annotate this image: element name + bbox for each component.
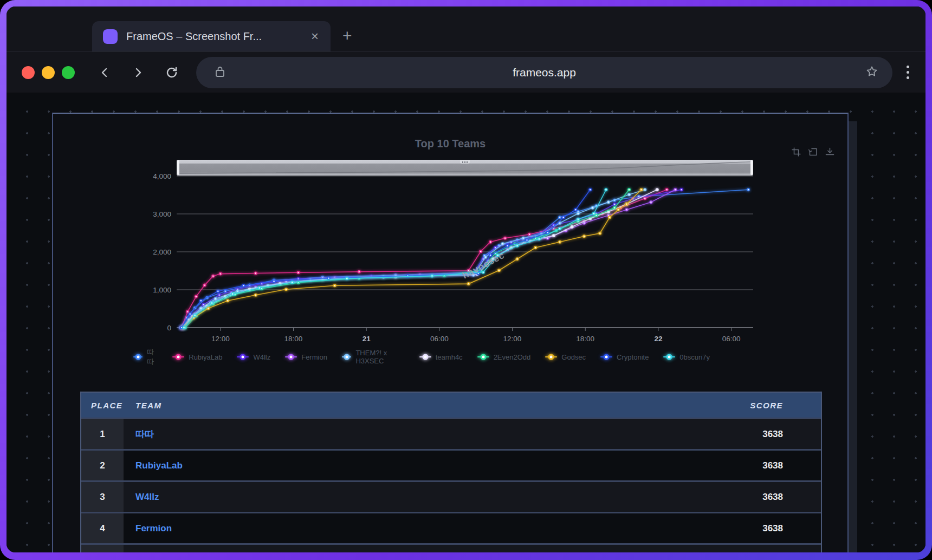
legend-item[interactable]: 따따 — [133, 347, 158, 367]
x-tick-label: 12:00 — [211, 335, 230, 343]
x-tick-label: 06:00 — [430, 335, 449, 343]
chart-series[interactable] — [180, 188, 669, 329]
place-cell: 3 — [81, 482, 124, 512]
reload-icon[interactable] — [165, 66, 179, 80]
menu-dots-icon[interactable] — [907, 66, 909, 79]
page-background: Top 10 Teams 01,0002,0003,0004,00012:001… — [7, 93, 925, 552]
chart-title: Top 10 Teams — [53, 114, 847, 150]
legend-label: teamh4c — [436, 353, 463, 361]
legend-marker-icon — [285, 356, 297, 357]
tab-title: FrameOS – Screenshot Fr... — [126, 30, 308, 43]
legend-label: THEM?! x H3XSEC — [355, 349, 404, 365]
chart-series[interactable] — [183, 188, 608, 329]
legend-label: RubiyaLab — [189, 353, 222, 361]
browser-window: FrameOS – Screenshot Fr... × + — [7, 6, 925, 552]
datazoom-slider[interactable] — [177, 160, 753, 175]
scoreboard-table: PLACE TEAM SCORE 1따따36382RubiyaLab36383W… — [80, 392, 822, 552]
download-icon[interactable] — [825, 147, 834, 157]
legend-item[interactable]: teamh4c — [419, 353, 463, 361]
legend-item[interactable]: Fermion — [285, 353, 327, 361]
legend-item[interactable]: 2Even2Odd — [477, 353, 531, 361]
chart-series[interactable] — [179, 188, 750, 329]
legend-marker-icon — [342, 356, 352, 357]
place-cell: 5 — [81, 545, 124, 552]
legend-item[interactable]: Godsec — [545, 353, 586, 361]
chart-series[interactable] — [183, 188, 677, 329]
score-cell: 3638 — [680, 545, 821, 552]
traffic-lights — [22, 66, 75, 79]
y-tick-label: 1,000 — [153, 286, 171, 294]
score-timeline-chart[interactable]: 01,0002,0003,0004,00012:0018:002106:0012… — [133, 154, 775, 345]
legend-item[interactable]: Cryptonite — [600, 353, 649, 361]
legend-marker-icon — [477, 356, 489, 357]
zoom-window-button[interactable] — [62, 66, 75, 79]
header-place: PLACE — [81, 401, 124, 410]
legend-label: Cryptonite — [617, 353, 649, 361]
y-tick-label: 2,000 — [153, 248, 171, 256]
x-tick-label: 06:00 — [722, 335, 741, 343]
legend-marker-icon — [663, 356, 675, 357]
place-cell: 2 — [81, 451, 124, 480]
y-tick-label: 3,000 — [153, 210, 171, 218]
reset-zoom-icon[interactable] — [808, 147, 818, 157]
legend-marker-icon — [419, 356, 431, 357]
x-tick-label: 18:00 — [284, 335, 303, 343]
browser-toolbar: frameos.app — [7, 52, 925, 93]
place-cell: 4 — [81, 513, 124, 543]
chart-series[interactable] — [180, 188, 592, 329]
team-link[interactable]: Fermion — [124, 513, 680, 543]
chart-series[interactable] — [184, 188, 631, 329]
forward-icon[interactable] — [131, 66, 145, 80]
slider-grip[interactable] — [460, 160, 470, 164]
team-link[interactable]: RubiyaLab — [124, 451, 680, 480]
legend-item[interactable]: RubiyaLab — [172, 353, 222, 361]
header-team: TEAM — [124, 401, 680, 410]
x-tick-label: 21 — [363, 335, 371, 343]
close-tab-icon[interactable]: × — [308, 29, 322, 44]
url-text[interactable]: frameos.app — [196, 66, 892, 79]
tab-strip: FrameOS – Screenshot Fr... × + — [7, 6, 925, 52]
team-link[interactable]: THEM?! x H3XSEC — [124, 545, 680, 552]
legend-label: 따따 — [147, 347, 158, 367]
new-tab-button[interactable]: + — [342, 27, 352, 45]
place-cell: 1 — [81, 419, 124, 449]
chart-area[interactable]: 01,0002,0003,0004,00012:0018:002106:0012… — [133, 154, 775, 345]
slider-handle-left[interactable] — [177, 160, 179, 175]
score-cell: 3638 — [680, 451, 821, 480]
y-tick-label: 4,000 — [153, 172, 171, 180]
legend-marker-icon — [172, 356, 184, 357]
legend-item[interactable]: W4llz — [237, 353, 270, 361]
score-cell: 3638 — [680, 482, 821, 512]
slider-handle-right[interactable] — [750, 160, 753, 175]
tab-favicon — [103, 29, 118, 44]
score-cell: 3638 — [680, 419, 821, 449]
table-row: 3W4llz3638 — [81, 480, 821, 512]
legend-item[interactable]: THEM?! x H3XSEC — [342, 349, 405, 365]
legend-marker-icon — [545, 356, 557, 357]
legend-marker-icon — [237, 356, 249, 357]
legend-label: Fermion — [301, 353, 327, 361]
legend-marker-icon — [133, 356, 143, 357]
browser-window-frame: FrameOS – Screenshot Fr... × + — [0, 0, 932, 560]
box-zoom-icon[interactable] — [792, 147, 801, 157]
team-link[interactable]: W4llz — [124, 482, 680, 512]
legend-label: 2Even2Odd — [494, 353, 531, 361]
team-link[interactable]: 따따 — [124, 419, 680, 449]
nav-controls — [98, 66, 179, 80]
tab-frameos[interactable]: FrameOS – Screenshot Fr... × — [92, 21, 331, 51]
close-window-button[interactable] — [22, 66, 35, 79]
legend-marker-icon — [600, 356, 612, 357]
table-row: 5THEM?! x H3XSEC3638 — [81, 543, 821, 552]
legend-label: 0bscuri7y — [679, 353, 710, 361]
table-body: 1따따36382RubiyaLab36383W4llz36384Fermion3… — [81, 418, 821, 552]
address-bar[interactable]: frameos.app — [196, 57, 892, 88]
bookmark-star-icon[interactable] — [865, 65, 878, 80]
back-icon[interactable] — [98, 66, 112, 80]
x-tick-label: 22 — [654, 335, 662, 343]
chart-series[interactable] — [181, 188, 683, 329]
minimize-window-button[interactable] — [42, 66, 55, 79]
content-card: Top 10 Teams 01,0002,0003,0004,00012:001… — [52, 113, 849, 552]
legend-item[interactable]: 0bscuri7y — [663, 353, 710, 361]
chart-series[interactable] — [181, 188, 643, 329]
score-cell: 3638 — [680, 513, 821, 543]
